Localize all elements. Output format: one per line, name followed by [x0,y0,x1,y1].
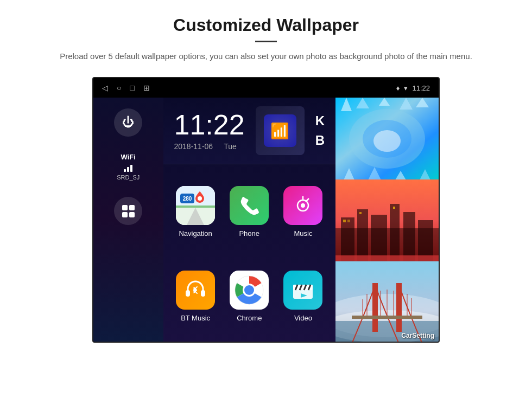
media-controls: K B [315,113,325,148]
wifi-bar-2 [127,167,129,172]
bt-music-icon [176,271,215,310]
status-bar: ◁ ○ □ ⊞ ♦ ▾ 11:22 [93,78,439,98]
device-section: ◁ ○ □ ⊞ ♦ ▾ 11:22 ⏻ WiFi [0,72,532,343]
recents-nav-icon: □ [130,84,134,92]
wallpaper-panel: CarSetting [335,98,439,343]
svg-rect-44 [347,220,350,222]
back-nav-icon: ◁ [102,84,108,92]
svg-rect-9 [186,290,190,297]
left-sidebar: ⏻ WiFi SRD_SJ [93,98,163,343]
status-time: 11:22 [412,84,430,92]
page-header: Customized Wallpaper Preload over 5 defa… [0,0,532,72]
wallpaper-car-setting[interactable]: CarSetting [335,261,439,343]
car-setting-bg [335,261,439,343]
wallpaper-ice-cave[interactable] [335,98,439,180]
app-item-music[interactable]: Music [276,170,330,254]
wifi-bars [117,163,140,172]
clock-date-value: 2018-11-06 [174,142,213,151]
media-wifi-icon: 📶 [270,122,289,140]
app-label-bt-music: BT Music [181,314,210,322]
location-icon: ♦ [396,84,400,92]
clock-date: 2018-11-06 Tue [174,142,245,151]
prev-track-icon[interactable]: K [315,113,325,129]
grid-dot [129,205,135,210]
app-label-music: Music [294,229,312,237]
title-divider [255,41,277,42]
android-screen: ◁ ○ □ ⊞ ♦ ▾ 11:22 ⏻ WiFi [92,77,440,343]
app-item-video[interactable]: Video [276,254,330,339]
wallpaper-city[interactable] [335,179,439,262]
app-item-phone[interactable]: Phone [223,170,276,254]
svg-rect-53 [352,316,422,319]
wifi-network-name: SRD_SJ [117,174,140,181]
svg-rect-39 [371,215,387,262]
svg-point-25 [373,130,401,152]
page-title: Customized Wallpaper [43,15,489,35]
svg-rect-43 [343,220,346,222]
ice-cave-bg [335,98,439,180]
svg-rect-46 [393,207,395,209]
clock-info: 11:22 2018-11-06 Tue [174,111,245,151]
main-content: ⏻ WiFi SRD_SJ [93,98,439,343]
svg-rect-41 [403,212,415,262]
music-icon [283,186,322,225]
power-icon: ⏻ [122,115,134,130]
svg-point-6 [198,196,202,201]
video-icon [283,271,322,310]
svg-rect-3 [176,206,215,208]
apps-button[interactable] [114,197,142,225]
wifi-info: WiFi SRD_SJ [117,153,140,181]
grid-dot [129,212,135,217]
page-subtitle: Preload over 5 default wallpaper options… [43,50,489,63]
clock-area: 11:22 2018-11-06 Tue 📶 K B [163,98,335,164]
clock-day: Tue [224,142,237,151]
wifi-bar-1 [124,169,126,172]
media-icon: 📶 [264,114,296,147]
app-item-chrome[interactable]: Chrome [223,254,276,339]
apps-grid-icon [122,205,135,217]
clock-time: 11:22 [174,111,245,139]
app-grid: 280 Navigation [163,164,335,343]
wifi-label: WiFi [117,153,140,161]
power-button[interactable]: ⏻ [114,108,142,137]
svg-text:280: 280 [183,196,192,202]
navigation-icon: 280 [176,186,215,225]
wifi-status-icon: ▾ [404,84,408,92]
svg-point-8 [301,203,305,208]
grid-dot [122,205,128,210]
svg-rect-10 [201,290,205,297]
city-bg [335,179,439,262]
grid-dot [122,212,128,217]
chrome-icon [230,271,269,310]
screenshot-nav-icon: ⊞ [143,84,150,92]
svg-rect-40 [390,204,400,262]
center-content: 11:22 2018-11-06 Tue 📶 K B [163,98,335,343]
svg-rect-38 [357,209,368,262]
car-setting-label: CarSetting [401,332,434,339]
app-item-bt-music[interactable]: BT Music [169,254,223,339]
app-label-chrome: Chrome [237,314,262,322]
status-left: ◁ ○ □ ⊞ [102,84,150,92]
app-label-phone: Phone [239,229,259,237]
next-track-icon[interactable]: B [315,133,325,148]
phone-icon [230,186,269,225]
app-label-navigation: Navigation [179,229,212,237]
svg-rect-45 [359,212,362,214]
home-nav-icon: ○ [117,84,121,92]
app-label-video: Video [294,314,312,322]
media-widget: 📶 [256,106,305,155]
app-item-navigation[interactable]: 280 Navigation [169,170,223,254]
svg-point-13 [244,285,254,295]
status-right: ♦ ▾ 11:22 [396,84,430,92]
wifi-bar-3 [130,165,132,172]
